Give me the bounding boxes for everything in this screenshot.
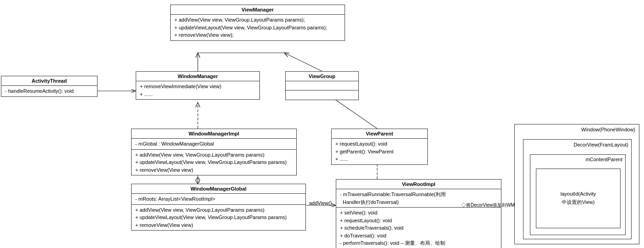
view-group-empty2 — [286, 90, 358, 100]
window-manager-impl-fields: - mGlobal : WindowManagerGlobal — [132, 139, 296, 150]
window-manager-box: WindowManager + removeViewImmediate(View… — [136, 71, 260, 100]
window-manager-global-box: WindowManagerGlobal - mRoots: ArrayList<… — [131, 184, 306, 231]
view-parent-box: ViewParent + requestLayout(): void + get… — [331, 129, 428, 165]
window-manager-title: WindowManager — [136, 72, 259, 81]
view-group-title: ViewGroup — [286, 72, 358, 81]
view-group-box: ViewGroup — [285, 71, 359, 100]
window-manager-global-fields: - mRoots: ArrayList<ViewRootImpl> — [132, 194, 305, 205]
view-parent-title: ViewParent — [332, 129, 427, 139]
activity-thread-box: ActivityThread - handleResumeActivity():… — [1, 76, 98, 97]
view-parent-methods: + requestLayout(): void + getParent(): V… — [332, 139, 427, 164]
view-root-impl-title: ViewRootImpl — [336, 180, 501, 189]
view-root-impl-methods: + setView(): void + requestLayout(): voi… — [336, 208, 501, 248]
svg-line-1 — [284, 53, 322, 71]
view-root-impl-box: ViewRootImpl - mTraversalRunnable:Traver… — [336, 179, 501, 248]
add-view-label: addView() — [309, 200, 332, 206]
decor-view-label: DecorView(FramLayout) — [574, 142, 628, 147]
view-group-empty — [286, 81, 358, 90]
layout-id-label: layoutId(Activity中设置的View) — [560, 190, 596, 206]
view-manager-box: ViewManager + addView(View view, ViewGro… — [170, 5, 345, 41]
activity-thread-methods: - handleResumeActivity(): void — [1, 86, 97, 96]
m-content-parent-label: mContentParent — [586, 157, 622, 162]
window-manager-impl-title: WindowManagerImpl — [132, 129, 296, 139]
window-manager-methods: + removeViewImmediate(View view) + .....… — [136, 81, 259, 99]
window-manager-impl-box: WindowManagerImpl - mGlobal : WindowMana… — [131, 129, 297, 175]
window-manager-global-title: WindowManagerGlobal — [132, 184, 305, 194]
phone-window-label: Window(PhoneWindow) — [581, 127, 635, 132]
phone-window-box: Window(PhoneWindow) DecorView(FramLayout… — [514, 124, 639, 244]
activity-thread-title: ActivityThread — [1, 76, 97, 86]
view-manager-methods: + addView(View view, ViewGroup.LayoutPar… — [171, 15, 345, 40]
window-manager-global-methods: + addView(View view, ViewGroup.LayoutPar… — [132, 205, 305, 231]
diagram: ViewManager + addView(View view, ViewGro… — [0, 0, 644, 248]
view-manager-title: ViewManager — [171, 5, 345, 15]
window-manager-impl-methods: + addView(View view, ViewGroup.LayoutPar… — [132, 150, 296, 175]
